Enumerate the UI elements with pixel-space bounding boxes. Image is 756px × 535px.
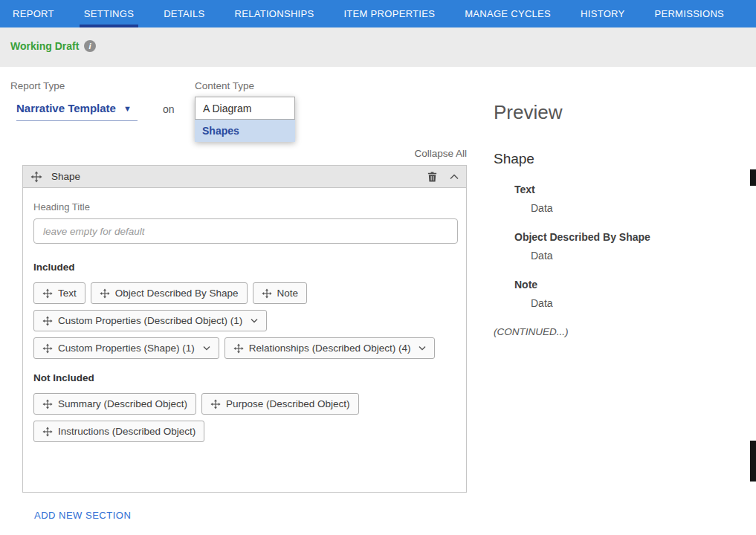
chevron-down-icon[interactable] — [419, 346, 426, 351]
tab-details[interactable]: DETAILS — [149, 0, 219, 27]
right-edge-marker — [750, 441, 756, 482]
chip-label: Purpose (Described Object) — [226, 398, 350, 409]
preview-field: Note Data — [514, 279, 739, 309]
section-panel-body: Heading Title Included Text Object Descr… — [23, 188, 466, 442]
chip-label: Relationships (Described Object) (4) — [249, 343, 411, 354]
preview-field: Text Data — [514, 184, 739, 214]
chip-label: Note — [277, 288, 299, 299]
move-icon[interactable] — [30, 171, 42, 183]
chip-label: Instructions (Described Object) — [58, 426, 196, 437]
preview-pane: Preview Shape Text Data Object Described… — [494, 101, 739, 337]
move-icon — [42, 288, 53, 299]
content-type-label: Content Type — [195, 80, 254, 91]
tab-history[interactable]: HISTORY — [566, 0, 639, 27]
content-type-option-shapes[interactable]: Shapes — [195, 120, 295, 142]
heading-title-input[interactable] — [33, 218, 458, 244]
not-included-chip-summary-described-object[interactable]: Summary (Described Object) — [33, 393, 196, 415]
chip-label: Text — [58, 288, 77, 299]
move-icon — [100, 288, 110, 299]
included-chip-custom-properties-described-object[interactable]: Custom Properties (Described Object) (1) — [33, 310, 267, 331]
preview-field-value: Data — [531, 202, 739, 214]
not-included-label: Not Included — [33, 372, 456, 383]
preview-field-value: Data — [531, 250, 739, 262]
chip-label: Object Described By Shape — [115, 288, 239, 299]
info-icon[interactable]: i — [84, 40, 96, 52]
not-included-chip-row: Summary (Described Object) Purpose (Desc… — [33, 393, 456, 415]
move-icon — [42, 427, 53, 437]
section-panel: Shape Heading Title Included Text Object… — [22, 165, 467, 493]
preview-field-label: Text — [514, 184, 739, 195]
included-chip-custom-properties-shape[interactable]: Custom Properties (Shape) (1) — [33, 337, 219, 359]
move-icon — [233, 343, 244, 354]
tab-report[interactable]: REPORT — [0, 0, 69, 27]
content-type-dropdown: A Diagram Shapes — [195, 97, 295, 142]
preview-title: Preview — [494, 101, 739, 124]
heading-title-label: Heading Title — [33, 201, 456, 213]
top-nav: REPORT SETTINGS DETAILS RELATIONSHIPS IT… — [0, 0, 756, 27]
included-chip-text[interactable]: Text — [33, 282, 85, 304]
add-new-section-button[interactable]: ADD NEW SECTION — [34, 510, 131, 521]
tab-item-properties[interactable]: ITEM PROPERTIES — [329, 0, 450, 27]
preview-field-label: Note — [514, 279, 739, 291]
not-included-chip-instructions-described-object[interactable]: Instructions (Described Object) — [33, 421, 204, 442]
report-type-select[interactable]: Narrative Template ▼ — [16, 102, 138, 121]
move-icon — [262, 288, 272, 299]
chip-label: Summary (Described Object) — [58, 398, 187, 409]
continued-label: (CONTINUED...) — [494, 326, 739, 337]
included-label: Included — [33, 262, 456, 273]
move-icon — [42, 399, 53, 409]
chevron-down-icon[interactable] — [251, 318, 258, 323]
collapse-section-icon[interactable] — [450, 174, 459, 180]
report-type-value: Narrative Template — [16, 102, 116, 114]
tab-settings[interactable]: SETTINGS — [69, 0, 149, 27]
status-bar: Working Draft i — [0, 27, 756, 67]
included-chip-note[interactable]: Note — [253, 282, 308, 304]
included-chip-relationships-described-object[interactable]: Relationships (Described Object) (4) — [224, 337, 436, 359]
move-icon — [210, 399, 221, 409]
preview-field-value: Data — [531, 297, 739, 309]
preview-field: Object Described By Shape Data — [514, 231, 739, 262]
tab-relationships[interactable]: RELATIONSHIPS — [219, 0, 329, 27]
move-icon — [42, 316, 53, 326]
right-edge-marker — [750, 169, 756, 186]
chevron-down-icon: ▼ — [123, 104, 132, 113]
chip-label: Custom Properties (Described Object) (1) — [58, 315, 242, 326]
chevron-down-icon[interactable] — [203, 346, 210, 351]
tab-manage-cycles[interactable]: MANAGE CYCLES — [450, 0, 566, 27]
section-panel-header[interactable]: Shape — [23, 166, 466, 188]
preview-field-label: Object Described By Shape — [514, 231, 739, 243]
included-chip-row: Custom Properties (Shape) (1) Relationsh… — [33, 337, 456, 359]
content-type-select[interactable]: A Diagram — [195, 97, 295, 120]
report-type-label: Report Type — [10, 80, 65, 91]
section-title: Shape — [51, 171, 80, 182]
chip-label: Custom Properties (Shape) (1) — [58, 343, 195, 354]
preview-section-title: Shape — [494, 151, 739, 167]
tab-permissions[interactable]: PERMISSIONS — [639, 0, 739, 27]
move-icon — [42, 343, 53, 354]
included-chip-row: Text Object Described By Shape Note — [33, 282, 456, 304]
not-included-chip-row: Instructions (Described Object) — [33, 421, 456, 442]
included-chip-object-described-by-shape[interactable]: Object Described By Shape — [91, 282, 248, 304]
collapse-all-link[interactable]: Collapse All — [414, 148, 467, 159]
conjunction-label: on — [163, 103, 175, 115]
included-chip-row: Custom Properties (Described Object) (1) — [33, 310, 456, 331]
working-draft-label: Working Draft — [10, 40, 79, 52]
not-included-chip-purpose-described-object[interactable]: Purpose (Described Object) — [201, 393, 359, 415]
trash-icon[interactable] — [427, 171, 438, 183]
